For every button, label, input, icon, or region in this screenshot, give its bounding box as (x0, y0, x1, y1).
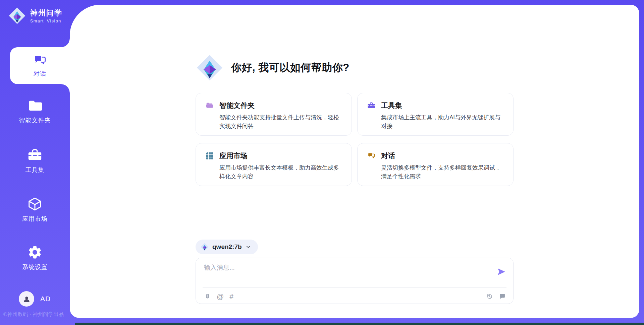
composer: @ # (196, 258, 514, 304)
model-logo-icon (200, 243, 209, 251)
card-description: 集成市场上主流工具，助力AI与外界无缝扩展与对接 (381, 113, 504, 130)
chat-bubble-icon (367, 152, 375, 160)
feature-cards: 智能文件夹 智能文件夹功能支持批量文件上传与清洗，轻松实现文件问答 工具集 集成… (196, 93, 514, 186)
brand-name: 神州问学 (30, 8, 62, 18)
attach-button[interactable] (204, 293, 211, 300)
assistant-logo-icon (196, 54, 224, 82)
toolbox-icon (27, 147, 43, 163)
main-panel: 你好, 我可以如何帮助你? 智能文件夹 智能文件夹功能支持批量文件上传与清洗，轻… (70, 5, 639, 318)
cube-icon (27, 196, 43, 212)
model-selector[interactable]: qwen2:7b (196, 240, 258, 254)
history-button[interactable] (486, 293, 493, 300)
sidebar-item-system-settings[interactable]: 系统设置 (0, 245, 70, 271)
greeting: 你好, 我可以如何帮助你? (196, 54, 514, 82)
bottom-strip (75, 323, 644, 325)
feature-card-chat[interactable]: 对话 灵活切换多模型文件，支持多样回复效果调试，满足个性化需求 (357, 143, 514, 186)
grid-icon (206, 152, 214, 160)
gear-icon (27, 245, 43, 260)
send-button[interactable] (496, 267, 506, 277)
sidebar-item-label: 系统设置 (22, 263, 48, 271)
app-root: 神州问学 Smart Vision 对话 智能文件夹 工具集 应用市场 系统设置 (0, 0, 644, 325)
send-icon (496, 267, 506, 277)
chat-bubble-filled-icon (499, 293, 506, 300)
card-title: 工具集 (381, 101, 402, 110)
sidebar-item-chat[interactable]: 对话 (10, 47, 70, 84)
paperclip-icon (204, 293, 211, 300)
brand-logo-icon (8, 7, 26, 25)
feature-card-app-market[interactable]: 应用市场 应用市场提供丰富长文本模板，助力高效生成多样化文章内容 (196, 143, 352, 186)
feature-card-smart-folders[interactable]: 智能文件夹 智能文件夹功能支持批量文件上传与清洗，轻松实现文件问答 (196, 93, 352, 136)
card-description: 应用市场提供丰富长文本模板，助力高效生成多样化文章内容 (219, 164, 342, 181)
open-folder-icon (206, 102, 214, 110)
person-icon (22, 295, 31, 304)
sidebar-item-smart-folders[interactable]: 智能文件夹 (0, 98, 70, 124)
chevron-down-icon (245, 244, 251, 250)
sidebar-item-label: 智能文件夹 (19, 116, 51, 124)
user-name: AD (40, 295, 51, 303)
sidebar-item-label: 对话 (34, 70, 46, 78)
feedback-button[interactable] (499, 293, 506, 300)
brand[interactable]: 神州问学 Smart Vision (8, 7, 62, 25)
user-profile[interactable]: AD (19, 291, 51, 307)
brand-subtitle: Smart Vision (30, 19, 62, 23)
sidebar-item-toolset[interactable]: 工具集 (0, 147, 70, 174)
topic-button[interactable]: # (229, 293, 233, 300)
card-description: 智能文件夹功能支持批量文件上传与清洗，轻松实现文件问答 (219, 113, 342, 130)
sidebar-item-label: 应用市场 (22, 215, 48, 223)
greeting-title: 你好, 我可以如何帮助你? (231, 61, 350, 75)
avatar (19, 291, 34, 307)
card-title: 应用市场 (219, 151, 248, 160)
mention-button[interactable]: @ (217, 293, 224, 300)
chat-bubbles-icon (33, 54, 47, 68)
feature-card-toolset[interactable]: 工具集 集成市场上主流工具，助力AI与外界无缝扩展与对接 (357, 93, 514, 136)
model-name: qwen2:7b (212, 243, 242, 251)
sidebar: 神州问学 Smart Vision 对话 智能文件夹 工具集 应用市场 系统设置 (0, 0, 70, 325)
briefcase-icon (367, 102, 375, 110)
composer-toolbar: @ # (204, 291, 506, 301)
message-input[interactable] (203, 263, 486, 284)
card-title: 对话 (381, 151, 395, 160)
card-title: 智能文件夹 (219, 101, 255, 110)
divider (203, 287, 506, 288)
copyright-footer: ©神州数码 · 神州问学出品 (3, 311, 64, 318)
history-icon (486, 293, 493, 300)
card-description: 灵活切换多模型文件，支持多样回复效果调试，满足个性化需求 (381, 164, 504, 181)
sidebar-item-app-market[interactable]: 应用市场 (0, 196, 70, 223)
folder-icon (27, 98, 43, 113)
sidebar-item-label: 工具集 (25, 166, 45, 174)
